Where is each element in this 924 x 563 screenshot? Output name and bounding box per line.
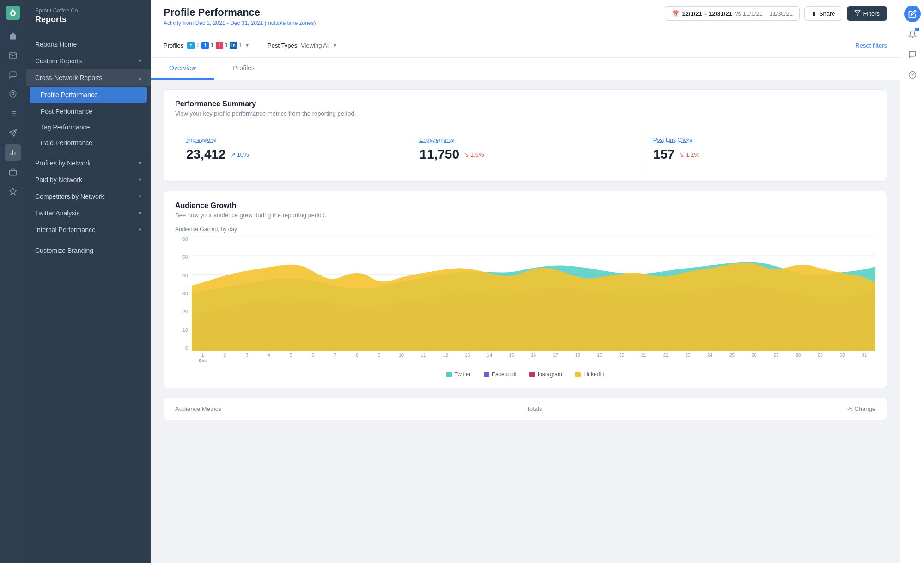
post-link-clicks-label[interactable]: Post Link Clicks xyxy=(653,137,693,143)
x-label-17: 17 xyxy=(545,353,567,358)
chart-container: 60 50 40 30 20 10 0 xyxy=(175,236,875,366)
metric-impressions: Impressions 23,412 ↗ 10% xyxy=(175,126,408,171)
impressions-value: 23,412 xyxy=(186,147,226,162)
filter-icon xyxy=(854,10,861,18)
x-label-20: 20 xyxy=(611,353,633,358)
app-logo[interactable] xyxy=(6,6,20,20)
x-label-21: 21 xyxy=(633,353,655,358)
legend-instagram-label: Instagram xyxy=(538,371,562,378)
post-link-clicks-change: ↘ 1.1% xyxy=(679,151,699,158)
performance-summary-title: Performance Summary xyxy=(175,100,875,108)
sidebar-icon-inbox[interactable] xyxy=(5,47,21,64)
sidebar-icon-list[interactable] xyxy=(5,105,21,122)
sidebar-item-internal-performance[interactable]: Internal Performance ▾ xyxy=(26,221,151,238)
twitter-count: 2 xyxy=(196,42,200,49)
sidebar-item-paid-performance[interactable]: Paid Performance xyxy=(26,135,151,151)
chevron-up-icon: ▴ xyxy=(139,74,141,81)
main-content: Profile Performance Activity from Dec 1,… xyxy=(151,0,900,563)
sidebar-item-paid-network[interactable]: Paid by Network ▾ xyxy=(26,171,151,188)
x-label-6: 6 xyxy=(302,353,324,358)
legend-linkedin-label: LinkedIn xyxy=(584,371,604,378)
share-button[interactable]: ⬆ Share xyxy=(804,6,842,21)
svg-marker-16 xyxy=(855,11,860,16)
x-label-19: 19 xyxy=(589,353,611,358)
audience-metrics-label: Audience Metrics xyxy=(175,405,221,412)
post-link-clicks-value: 157 xyxy=(653,147,675,162)
engagements-label[interactable]: Engagements xyxy=(419,137,454,143)
x-label-7: 7 xyxy=(324,353,346,358)
x-label-31: 31 xyxy=(853,353,875,358)
subtitle-text: Activity from Dec 1, 2021 - Dec 31, 2021… xyxy=(164,20,267,26)
sidebar-icon-reports[interactable] xyxy=(5,144,21,161)
divider xyxy=(26,153,151,153)
x-label-28: 28 xyxy=(787,353,809,358)
page-title: Profile Performance xyxy=(164,6,316,18)
date-range-button[interactable]: 📅 12/1/21 – 12/31/21 vs 11/1/21 – 11/30/… xyxy=(665,6,799,21)
sidebar-icon-robot[interactable] xyxy=(5,164,21,180)
x-label-16: 16 xyxy=(523,353,545,358)
chart-x-labels: 1Dec 2 3 4 5 6 7 8 9 10 11 12 13 14 15 1… xyxy=(192,353,875,366)
post-link-clicks-value-row: 157 ↘ 1.1% xyxy=(653,147,864,162)
legend-twitter-label: Twitter xyxy=(455,371,471,378)
x-label-29: 29 xyxy=(809,353,832,358)
sidebar-item-tag-performance[interactable]: Tag Performance xyxy=(26,119,151,135)
tabs: Overview Profiles xyxy=(151,58,900,80)
tab-profiles[interactable]: Profiles xyxy=(214,58,273,80)
timezone-link[interactable]: multiple time zones xyxy=(267,20,314,26)
sidebar-icon-compose[interactable] xyxy=(5,67,21,83)
sidebar-icon-home[interactable] xyxy=(5,28,21,44)
engagements-change: ↘ 1.5% xyxy=(464,151,484,158)
profiles-label: Profiles xyxy=(164,42,183,49)
y-label-40: 40 xyxy=(175,273,188,278)
linkedin-count: 1 xyxy=(239,42,242,49)
sidebar-item-reports-home[interactable]: Reports Home xyxy=(26,36,151,53)
y-label-60: 60 xyxy=(175,236,188,242)
y-label-0: 0 xyxy=(175,345,188,351)
legend-facebook-label: Facebook xyxy=(492,371,517,378)
post-link-clicks-pct: 1.1% xyxy=(686,151,699,158)
x-label-12: 12 xyxy=(434,353,456,358)
sidebar-item-post-performance[interactable]: Post Performance xyxy=(26,104,151,119)
sidebar-icon-send[interactable] xyxy=(5,125,21,141)
x-label-14: 14 xyxy=(479,353,501,358)
right-action-bar xyxy=(900,0,924,563)
sidebar-icon-star[interactable] xyxy=(5,183,21,200)
instagram-icon: i xyxy=(216,42,223,49)
x-label-13: 13 xyxy=(456,353,479,358)
filters-button[interactable]: Filters xyxy=(847,6,887,21)
metric-engagements: Engagements 11,750 ↘ 1.5% xyxy=(408,126,642,171)
profiles-filter[interactable]: Profiles t 2 f 1 i 1 in 1 ▾ xyxy=(164,42,249,49)
legend-twitter-dot xyxy=(446,372,452,377)
sidebar-item-profiles-network[interactable]: Profiles by Network ▾ xyxy=(26,155,151,171)
svg-point-1 xyxy=(12,92,14,95)
impressions-label[interactable]: Impressions xyxy=(186,137,216,143)
facebook-count: 1 xyxy=(211,42,214,49)
up-arrow-icon: ↗ xyxy=(231,151,236,158)
edit-button[interactable] xyxy=(904,6,921,22)
share-label: Share xyxy=(819,10,835,17)
audience-growth-subtitle: See how your audience grew during the re… xyxy=(175,212,875,219)
sidebar-item-competitors-network[interactable]: Competitors by Network ▾ xyxy=(26,188,151,205)
down-arrow-icon-2: ↘ xyxy=(679,151,684,158)
icon-bar xyxy=(0,0,26,563)
help-button[interactable] xyxy=(904,67,921,83)
post-types-filter[interactable]: Post Types Viewing All ▾ xyxy=(267,42,336,49)
bell-button-wrapper xyxy=(904,26,921,43)
tab-overview[interactable]: Overview xyxy=(151,58,214,80)
sidebar-item-custom-reports[interactable]: Custom Reports ▾ xyxy=(26,53,151,69)
x-label-8: 8 xyxy=(346,353,368,358)
x-label-27: 27 xyxy=(765,353,787,358)
sidebar-icon-pin[interactable] xyxy=(5,86,21,103)
sidebar-item-cross-network[interactable]: Cross-Network Reports ▴ xyxy=(26,69,151,86)
sidebar-item-customize-branding[interactable]: Customize Branding xyxy=(26,242,151,259)
y-label-50: 50 xyxy=(175,254,188,260)
chevron-down-icon: ▾ xyxy=(139,210,141,216)
chat-button[interactable] xyxy=(904,46,921,63)
x-label-22: 22 xyxy=(655,353,677,358)
sidebar-item-profile-performance[interactable]: Profile Performance xyxy=(30,87,147,103)
legend-instagram: Instagram xyxy=(529,371,562,378)
sidebar-item-twitter-analysis[interactable]: Twitter Analysis ▾ xyxy=(26,205,151,221)
x-label-30: 30 xyxy=(831,353,853,358)
reset-filters-button[interactable]: Reset filters xyxy=(855,42,887,49)
chevron-down-icon: ▾ xyxy=(139,226,141,233)
